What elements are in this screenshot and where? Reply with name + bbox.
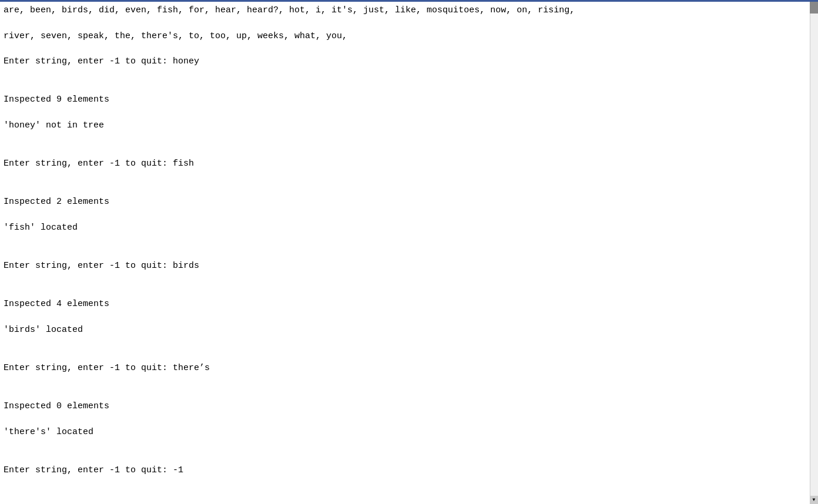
terminal-line: Inspected 4 elements bbox=[4, 298, 814, 311]
terminal-line: 'there's' located bbox=[4, 426, 814, 439]
terminal-line: Inspected 9 elements bbox=[4, 93, 814, 106]
terminal-line: Inspected 0 elements bbox=[4, 400, 814, 413]
terminal-line: are, been, birds, did, even, fish, for, … bbox=[4, 4, 814, 17]
terminal-line: 'fish' located bbox=[4, 221, 814, 234]
terminal-content[interactable]: are, been, birds, did, even, fish, for, … bbox=[4, 4, 814, 502]
terminal-line: 'honey' not in tree bbox=[4, 119, 814, 132]
terminal-line: Inspected 2 elements bbox=[4, 196, 814, 209]
scrollbar[interactable]: ▲ ▼ bbox=[810, 2, 818, 504]
scrollbar-arrow-down[interactable]: ▼ bbox=[810, 496, 818, 504]
terminal-line: Enter string, enter -1 to quit: -1 bbox=[4, 464, 814, 477]
terminal-line: 'birds' located bbox=[4, 324, 814, 337]
scrollbar-thumb[interactable] bbox=[810, 2, 818, 14]
terminal-line: river, seven, speak, the, there's, to, t… bbox=[4, 30, 814, 43]
terminal-line: Enter string, enter -1 to quit: birds bbox=[4, 260, 814, 273]
terminal-line: Enter string, enter -1 to quit: there’s bbox=[4, 362, 814, 375]
terminal-window: are, been, birds, did, even, fish, for, … bbox=[0, 0, 818, 504]
terminal-line: Enter string, enter -1 to quit: honey bbox=[4, 55, 814, 68]
terminal-line: Enter string, enter -1 to quit: fish bbox=[4, 157, 814, 170]
